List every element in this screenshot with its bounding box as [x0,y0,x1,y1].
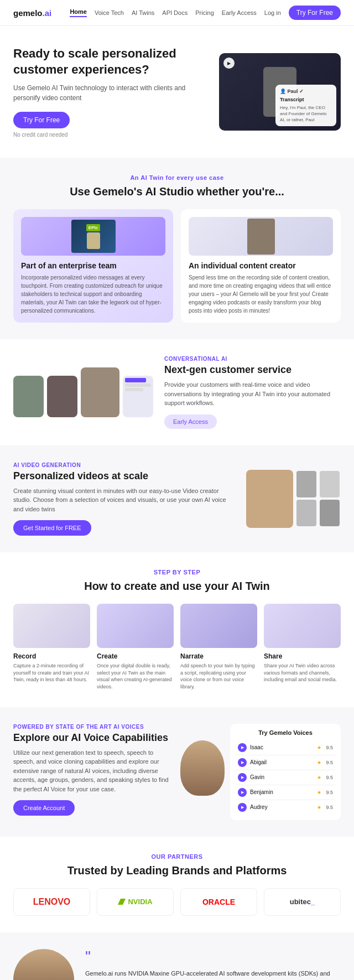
ubitec-logo: ubitec_ [264,888,341,916]
use-case-enterprise: EPIc Part of an enterprise team Incorpor… [13,209,173,323]
conv-text: CONVERSATIONAL AI Next-gen customer serv… [164,356,341,429]
voice-score-isaac: 9.5 [326,745,333,750]
step-narrate: Narrate Add speech to your twin by typin… [180,604,257,690]
vg-thumb4 [320,500,340,526]
voice-play-abigail[interactable]: ▶ [238,758,247,767]
voice-desc: Utilize our next generation text to spee… [13,748,169,794]
video-gen-images [246,470,341,528]
voice-right: Try Gemelo Voices ▶ Isaac ★ 9.5 ▶ Abigai… [180,724,341,820]
voice-star-benjamin: ★ [317,790,321,795]
voice-score-benjamin: 9.5 [326,790,333,795]
conv-avatar1 [13,376,44,417]
step-create: Create Once your digital double is ready… [97,604,174,690]
step-create-img [97,604,174,648]
voice-play-benjamin[interactable]: ▶ [238,788,247,797]
voice-play-gavin[interactable]: ▶ [238,773,247,782]
video-gen-cta-button[interactable]: Get Started for FREE [13,520,91,536]
step-record-img [13,604,90,648]
voice-star-isaac: ★ [317,745,321,750]
voice-name-audrey: Audrey [250,804,314,810]
step-record-desc: Capture a 2-minute recording of yourself… [13,662,90,683]
transcript-bubble: 👤 Paul ✓ Transcript Hey, I'm Paul, the C… [275,85,336,126]
voice-name-gavin: Gavin [250,774,314,780]
oracle-logo: ORACLE [180,888,257,916]
svg-marker-0 [118,899,126,905]
voice-item-abigail[interactable]: ▶ Abigail ★ 9.5 [236,755,335,770]
use-cases-title: Use Gemelo's AI Studio whether you're... [13,185,341,198]
nav-try-free-button[interactable]: Try For Free [289,6,341,20]
nav-pricing[interactable]: Pricing [195,9,214,16]
video-gen-desc: Create stunning visual content in minute… [13,486,235,514]
conv-cta-button[interactable]: Early Access [164,414,217,429]
enterprise-card-img: EPIc [21,217,165,256]
partners-section: OUR PARTNERS Trusted by Leading Brands a… [0,837,354,932]
video-gen-label: AI VIDEO GENERATION [13,462,235,468]
vg-thumb2 [320,471,340,497]
nav-home[interactable]: Home [70,8,87,17]
vg-thumb1 [296,471,316,497]
partners-label: OUR PARTNERS [13,853,341,860]
conv-images [13,367,153,417]
use-cases-label: An AI Twin for every use case [13,174,341,181]
voice-cta-button[interactable]: Create Account [13,800,75,816]
testimonial-quote: Gemelo.ai runs NVIDIA Maxine GPU-acceler… [85,969,341,980]
hero-subtitle: Use Gemelo AI Twin technology to interac… [13,83,208,103]
voice-play-audrey[interactable]: ▶ [238,803,247,812]
hero-text: Ready to scale personalized customer exp… [13,46,208,138]
voice-name-benjamin: Benjamin [250,789,314,795]
nav-early-access[interactable]: Early Access [222,9,257,16]
use-cases-section: An AI Twin for every use case Use Gemelo… [0,158,354,339]
conv-desc: Provide your customers with real-time vo… [164,380,341,408]
voice-item-audrey[interactable]: ▶ Audrey ★ 9.5 [236,800,335,815]
voice-play-isaac[interactable]: ▶ [238,743,247,752]
use-case-creator: An individual content creator Spend less… [181,209,341,323]
voice-name-isaac: Isaac [250,744,314,750]
voice-item-gavin[interactable]: ▶ Gavin ★ 9.5 [236,770,335,785]
quote-mark: " [85,949,341,965]
video-gen-main-img [246,470,293,528]
voice-star-gavin: ★ [317,775,321,780]
vg-thumb3 [296,500,316,526]
voice-score-audrey: 9.5 [326,805,333,810]
partners-title: Trusted by Leading Brands and Platforms [13,864,341,877]
step-share: Share Share your AI Twin video across va… [264,604,341,690]
nvidia-logo: NVIDIA [97,888,174,916]
conv-avatar-main [81,367,119,417]
transcript-content: Hey, I'm Paul, the CEO and Founder of Ge… [280,105,332,123]
logo: gemelo.ai [13,8,51,18]
voice-title: Explore our AI Voice Capabilities [13,732,169,744]
hero-video: ▶ 👤 Paul ✓ Transcript Hey, I'm Paul, the… [219,53,341,131]
nav-voice-tech[interactable]: Voice Tech [95,9,124,16]
voice-text: POWERED BY STATE OF THE ART AI VOICES Ex… [13,724,169,816]
enterprise-desc: Incorporate personalized video messages … [21,273,165,315]
step-share-desc: Share your AI Twin video across various … [264,662,341,683]
voice-item-isaac[interactable]: ▶ Isaac ★ 9.5 [236,740,335,755]
testimonial-text: " Gemelo.ai runs NVIDIA Maxine GPU-accel… [85,949,341,980]
transcript-label-text: Transcript [280,96,332,103]
hero-cta-button[interactable]: Try For Free [13,112,70,128]
voice-section: POWERED BY STATE OF THE ART AI VOICES Ex… [0,707,354,837]
navbar: gemelo.ai Home Voice Tech AI Twins API D… [0,0,354,26]
play-button[interactable]: ▶ [223,58,235,69]
voice-star-abigail: ★ [317,760,321,765]
nav-login[interactable]: Log in [264,9,281,16]
voice-player: Try Gemelo Voices ▶ Isaac ★ 9.5 ▶ Abigai… [230,724,341,820]
steps-grid: Record Capture a 2-minute recording of y… [13,604,341,690]
video-gen-text: AI VIDEO GENERATION Personalized videos … [13,462,235,536]
voice-score-gavin: 9.5 [326,775,333,780]
testimonial-person-img [13,949,74,980]
voice-star-audrey: ★ [317,805,321,810]
how-title: How to create and use your AI Twin [13,580,341,593]
enterprise-title: Part of an enterprise team [21,261,165,270]
nav-ai-twins[interactable]: AI Twins [132,9,154,16]
conv-label: CONVERSATIONAL AI [164,356,341,362]
how-label: STEP BY STEP [13,569,341,575]
transcript-label: 👤 Paul ✓ [280,88,332,95]
voice-item-benjamin[interactable]: ▶ Benjamin ★ 9.5 [236,785,335,800]
step-narrate-desc: Add speech to your twin by typing a scri… [180,662,257,690]
video-gen-section: AI VIDEO GENERATION Personalized videos … [0,445,354,553]
voice-label: POWERED BY STATE OF THE ART AI VOICES [13,724,169,730]
creator-card-img [189,217,333,256]
nav-api-docs[interactable]: API Docs [162,9,188,16]
voice-person-img [180,740,225,796]
